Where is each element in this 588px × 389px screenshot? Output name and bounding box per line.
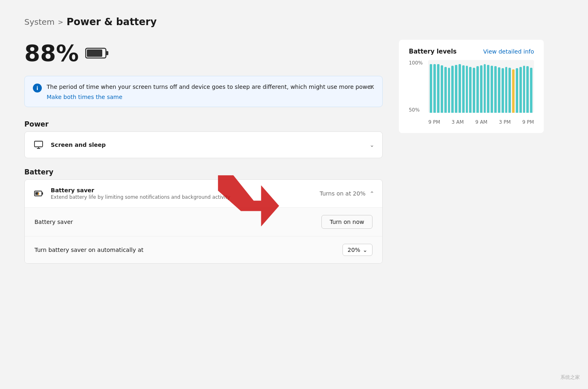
chevron-down-icon: ⌄: [370, 142, 375, 148]
chart-x-labels: 9 PM 3 AM 9 AM 3 PM 9 PM: [428, 119, 534, 125]
auto-saver-label: Turn battery saver on automatically at: [34, 247, 342, 253]
chart-bar: [448, 68, 450, 113]
dropdown-arrow-icon: ⌄: [363, 247, 368, 253]
svg-rect-1: [87, 49, 102, 57]
chart-bar: [433, 64, 436, 113]
battery-saver-sublabel: Extend battery life by limiting some not…: [51, 194, 313, 200]
chart-bar: [430, 64, 432, 113]
svg-rect-2: [106, 51, 108, 55]
breadcrumb: System > Power & battery: [24, 16, 544, 28]
power-section-title: Power: [24, 120, 383, 128]
chart-bar: [512, 69, 515, 113]
chart-bar: [437, 64, 439, 113]
chart-bar: [459, 64, 461, 113]
x-label-3am: 3 AM: [452, 119, 464, 125]
chart-header: Battery levels View detailed info: [409, 48, 534, 55]
chart-bar: [526, 66, 529, 113]
chart-bar: [451, 66, 454, 113]
y-label-50: 50%: [409, 107, 422, 113]
power-settings-card: Screen and sleep ⌄: [24, 131, 383, 158]
chart-bar: [498, 67, 500, 113]
chart-bar: [530, 68, 532, 113]
turn-on-now-button[interactable]: Turn on now: [321, 215, 373, 229]
x-label-9pm-end: 9 PM: [522, 119, 534, 125]
x-label-9pm-start: 9 PM: [428, 119, 440, 125]
battery-section: Battery Battery sa: [24, 168, 383, 264]
chart-bar: [444, 67, 447, 113]
battery-percentage: 88%: [24, 40, 79, 66]
breadcrumb-separator: >: [58, 18, 63, 26]
breadcrumb-current: Power & battery: [67, 16, 157, 28]
battery-saver-status-area: Turns on at 20% ⌃: [320, 190, 375, 197]
chart-bar: [491, 66, 493, 113]
screen-sleep-right: ⌄: [370, 142, 375, 148]
battery-saver-content: Battery saver Extend battery life by lim…: [51, 187, 313, 200]
x-label-3pm: 3 PM: [499, 119, 511, 125]
chart-bars: [428, 60, 534, 113]
chart-title: Battery levels: [409, 48, 457, 55]
screen-sleep-content: Screen and sleep: [51, 142, 363, 148]
battery-display: 88%: [24, 40, 383, 66]
battery-saver-sub-label: Battery saver: [34, 219, 321, 225]
chart-bar: [519, 67, 522, 113]
close-banner-button[interactable]: ✕: [367, 82, 377, 92]
chart-bar: [466, 66, 468, 113]
chart-bar: [480, 65, 482, 113]
percent-value: 20%: [348, 247, 360, 253]
view-detailed-info-link[interactable]: View detailed info: [483, 48, 534, 55]
percent-dropdown[interactable]: 20% ⌄: [342, 244, 373, 256]
chart-area: 100% 50% 9 PM 3 AM 9 AM 3 PM 9 PM: [409, 60, 534, 125]
chart-bar: [455, 65, 457, 113]
battery-icon: [85, 47, 110, 60]
chart-bar: [484, 64, 486, 113]
chart-bar: [476, 66, 479, 113]
chevron-up-icon: ⌃: [370, 190, 375, 197]
info-icon: i: [33, 84, 42, 92]
battery-saver-status: Turns on at 20%: [320, 190, 366, 197]
chart-bar: [473, 68, 475, 113]
battery-saver-auto-row: Turn battery saver on automatically at 2…: [25, 236, 382, 263]
chart-bar: [469, 67, 472, 113]
chart-bar: [441, 65, 443, 113]
chart-bar: [505, 67, 508, 113]
make-same-link[interactable]: Make both times the same: [47, 94, 374, 100]
chart-bar: [508, 68, 511, 113]
chart-bar: [523, 66, 526, 113]
chart-y-labels: 100% 50%: [409, 60, 422, 113]
battery-saver-label: Battery saver: [51, 187, 313, 193]
battery-saver-toggle-row: Battery saver Turn on now: [25, 208, 382, 236]
chart-bar: [487, 65, 489, 113]
battery-section-title: Battery: [24, 168, 383, 176]
chart-bar: [462, 65, 465, 113]
chart-bar: [494, 66, 497, 113]
x-label-9am: 9 AM: [475, 119, 487, 125]
info-content: The period of time when your screen turn…: [47, 83, 374, 100]
screen-sleep-label: Screen and sleep: [51, 142, 363, 148]
battery-chart-section: Battery levels View detailed info 100% 5…: [399, 40, 544, 133]
battery-saver-header-row[interactable]: Battery saver Extend battery life by lim…: [25, 180, 382, 208]
power-section: Power Screen and sleep: [24, 120, 383, 158]
svg-rect-3: [34, 141, 43, 147]
info-banner: i The period of time when your screen tu…: [24, 76, 383, 107]
svg-rect-7: [42, 192, 43, 195]
chart-bar: [502, 68, 504, 113]
chart-bar: [516, 68, 518, 113]
battery-saver-icon: [33, 188, 44, 199]
watermark: 系统之家: [560, 374, 580, 381]
info-message: The period of time when your screen turn…: [47, 83, 374, 91]
screen-icon: [33, 139, 44, 150]
screen-sleep-row[interactable]: Screen and sleep ⌄: [25, 132, 382, 158]
battery-saver-card: Battery saver Extend battery life by lim…: [24, 179, 383, 264]
breadcrumb-system[interactable]: System: [24, 17, 55, 27]
y-label-100: 100%: [409, 60, 422, 66]
